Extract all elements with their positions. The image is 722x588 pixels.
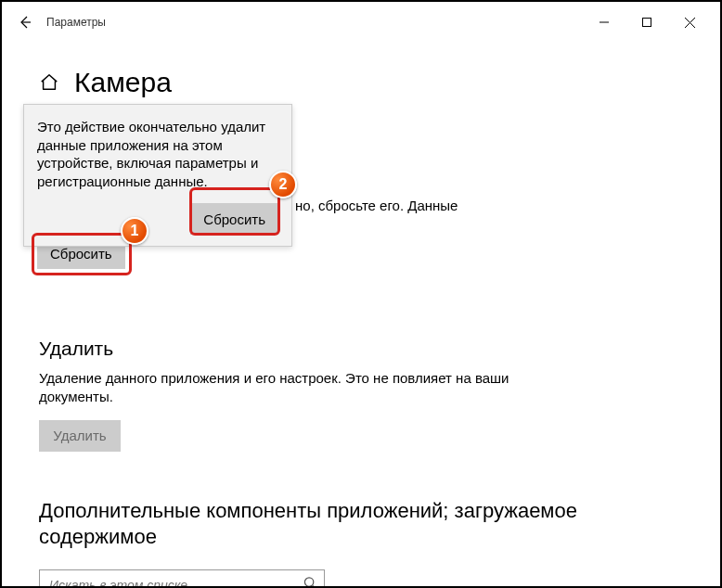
delete-button: Удалить [39, 420, 121, 452]
titlebar: Параметры [2, 2, 720, 43]
maximize-button[interactable] [625, 8, 668, 36]
delete-title: Удалить [39, 338, 683, 360]
reset-description-fragment: но, сбросьте его. Данные [295, 197, 458, 215]
close-button[interactable] [668, 8, 711, 36]
back-button[interactable] [11, 8, 39, 36]
flyout-confirm-button[interactable]: Сбросить [190, 203, 278, 235]
search-wrap [39, 569, 325, 588]
minimize-button[interactable] [583, 8, 625, 36]
delete-description: Удаление данного приложения и его настро… [39, 369, 522, 407]
search-input[interactable] [39, 569, 325, 588]
reset-confirm-flyout: Это действие окончательно удалит данные … [23, 104, 292, 247]
addons-title: Дополнительные компоненты приложений; за… [39, 498, 683, 551]
page-heading: Камера [39, 67, 683, 98]
page-title: Камера [74, 67, 172, 98]
window-title: Параметры [46, 16, 583, 29]
home-icon[interactable] [39, 72, 59, 93]
flyout-text: Это действие окончательно удалит данные … [37, 118, 278, 190]
svg-rect-1 [643, 19, 651, 27]
window-controls [583, 8, 711, 36]
delete-section: Удалить Удаление данного приложения и ег… [39, 338, 683, 452]
